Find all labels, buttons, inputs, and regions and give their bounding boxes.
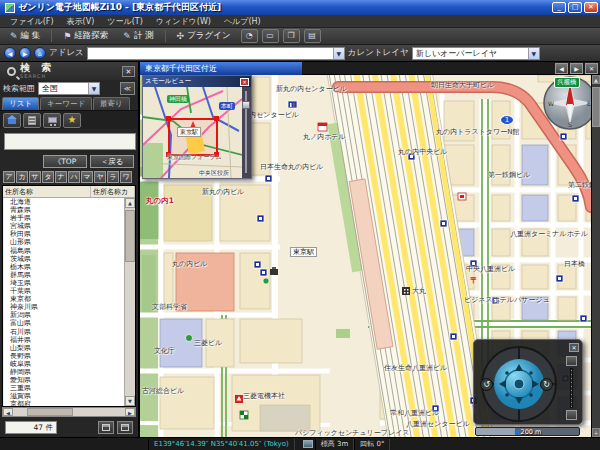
menu-item[interactable]: ウィンドウ(W) — [150, 15, 217, 28]
scroll-down-icon[interactable]: ▼ — [125, 396, 135, 406]
kana-button[interactable]: サ — [29, 171, 41, 183]
window-layout-button[interactable]: ❐ — [283, 29, 300, 43]
list-item[interactable]: 岐阜県 — [3, 360, 124, 368]
small-view-map[interactable]: 神田橋本町東京駅東京国際フォーラム中央区役所 — [143, 87, 251, 178]
kana-button[interactable]: ナ — [55, 171, 67, 183]
pan-widget-close-button[interactable]: ✕ — [569, 343, 579, 352]
tab-list[interactable]: リスト — [2, 97, 39, 110]
list-item[interactable]: 埼玉県 — [3, 279, 124, 287]
rotate-cw-button[interactable]: ↻ — [540, 378, 553, 391]
search-range-select[interactable]: 全国 ▼ — [38, 82, 100, 95]
list-item[interactable]: 長野県 — [3, 352, 124, 360]
forward-button[interactable]: ▶ — [19, 47, 31, 59]
list-item[interactable]: 静岡県 — [3, 368, 124, 376]
home-button[interactable]: ⌂ — [34, 47, 46, 59]
scroll-right-icon[interactable]: ▶ — [125, 408, 135, 416]
list-item[interactable]: 東京都 — [3, 295, 124, 303]
back-list-button[interactable]: ＜戻る — [90, 155, 134, 168]
map-vertical-scrollbar[interactable]: ▲ + — [591, 75, 600, 437]
menu-item[interactable]: 表示(V) — [61, 15, 101, 28]
pan-center-button[interactable] — [514, 379, 524, 389]
list-item[interactable]: 石川県 — [3, 328, 124, 336]
chevron-down-icon[interactable]: ▼ — [333, 48, 344, 59]
chevron-down-icon[interactable]: ▼ — [88, 83, 99, 94]
edit-button[interactable]: ✎編 集 — [4, 28, 46, 44]
menu-item[interactable]: ヘルプ(H) — [218, 15, 267, 28]
zoom-plus-button[interactable]: + — [592, 428, 600, 437]
close-button[interactable]: ✕ — [584, 2, 598, 13]
scroll-left-icon[interactable]: ◀ — [3, 408, 13, 416]
kana-button[interactable]: カ — [16, 171, 28, 183]
list-item[interactable]: 福島県 — [3, 247, 124, 255]
list-item[interactable]: 山形県 — [3, 238, 124, 246]
small-view-window[interactable]: スモールビュー ✕ — [142, 75, 252, 179]
maximize-button[interactable]: □ — [568, 2, 582, 13]
kana-button[interactable]: マ — [81, 171, 93, 183]
top-button[interactable]: 《TOP — [43, 155, 87, 168]
menu-item[interactable]: ファイル(F) — [4, 15, 60, 28]
minimize-button[interactable]: _ — [552, 2, 566, 13]
tab-nearest[interactable]: 最寄り — [93, 97, 130, 110]
menu-item[interactable]: ツール(T) — [101, 15, 149, 28]
list-item[interactable]: 京都府 — [3, 400, 124, 406]
list-horizontal-scrollbar[interactable]: ◀ ▶ — [2, 407, 136, 417]
list-item[interactable]: 茨城県 — [3, 255, 124, 263]
list-item[interactable]: 岩手県 — [3, 214, 124, 222]
small-view-zoom-slider[interactable] — [242, 87, 251, 178]
favorites-button[interactable]: ★ — [63, 113, 81, 128]
scrollbar-thumb[interactable] — [125, 210, 135, 262]
scrollbar-thumb[interactable] — [27, 408, 73, 416]
address-search-button[interactable] — [3, 113, 21, 128]
map-zoom-tool-button[interactable]: ◔ — [241, 29, 258, 43]
slider-thumb[interactable] — [242, 101, 250, 109]
chevron-down-icon[interactable]: ▼ — [528, 48, 539, 59]
list-item[interactable]: 富山県 — [3, 319, 124, 327]
rotate-ccw-button[interactable]: ↺ — [480, 378, 493, 391]
kana-button[interactable]: ハ — [68, 171, 80, 183]
list-item[interactable]: 三重県 — [3, 384, 124, 392]
map-close-button[interactable]: ✕ — [585, 63, 598, 74]
kana-button[interactable]: ア — [3, 171, 15, 183]
list-item[interactable]: 滋賀県 — [3, 392, 124, 400]
list-tool-button[interactable] — [98, 421, 114, 434]
small-view-close-button[interactable]: ✕ — [240, 78, 249, 86]
facility-search-button[interactable] — [23, 113, 41, 128]
zoom-in-button[interactable] — [566, 356, 577, 366]
kana-button[interactable]: ラ — [107, 171, 119, 183]
scroll-up-icon[interactable]: ▲ — [592, 75, 600, 84]
plugin-button[interactable]: ✣プラグイン — [171, 28, 237, 44]
list-item[interactable]: 山梨県 — [3, 344, 124, 352]
layer-select[interactable]: 新しいオーバーレイヤ ▼ — [412, 47, 540, 60]
list-item[interactable]: 群馬県 — [3, 271, 124, 279]
list-item[interactable]: 北海道 — [3, 198, 124, 206]
zoom-out-button[interactable] — [566, 410, 577, 420]
route-search-button[interactable]: ⚑経路探索 — [57, 28, 114, 44]
station-search-button[interactable] — [43, 113, 61, 128]
list-item[interactable]: 愛知県 — [3, 376, 124, 384]
list-item[interactable]: 千葉県 — [3, 287, 124, 295]
scroll-up-icon[interactable]: ▲ — [125, 198, 135, 208]
pan-navigation-widget[interactable]: ↺ ↻ ✕ — [473, 339, 583, 425]
column-address-kana[interactable]: 住所名称カ — [91, 186, 135, 197]
map-next-button[interactable]: ▶ — [570, 63, 583, 74]
notepad-tool-button[interactable]: ▤ — [304, 29, 321, 43]
list-item[interactable]: 福井県 — [3, 336, 124, 344]
zoom-slider-track[interactable] — [570, 368, 573, 408]
kana-button[interactable]: ヤ — [94, 171, 106, 183]
export-button[interactable] — [117, 421, 133, 434]
small-view-titlebar[interactable]: スモールビュー ✕ — [143, 76, 251, 87]
list-item[interactable]: 秋田県 — [3, 230, 124, 238]
scrollbar-thumb[interactable] — [592, 87, 600, 127]
monitor-tool-button[interactable]: ▭ — [262, 29, 279, 43]
collapse-panel-button[interactable]: ≪ — [120, 82, 135, 95]
measure-button[interactable]: ✎計 測 — [117, 28, 159, 44]
map-prev-button[interactable]: ◀ — [555, 63, 568, 74]
address-input[interactable]: ▼ — [87, 47, 345, 60]
kana-button[interactable]: ワ — [120, 171, 132, 183]
search-input[interactable] — [4, 133, 136, 150]
list-item[interactable]: 栃木県 — [3, 263, 124, 271]
tab-keyword[interactable]: キーワード — [40, 97, 92, 110]
kana-button[interactable]: タ — [42, 171, 54, 183]
map-viewport[interactable]: 〒 W S — [140, 75, 600, 437]
list-item[interactable]: 青森県 — [3, 206, 124, 214]
